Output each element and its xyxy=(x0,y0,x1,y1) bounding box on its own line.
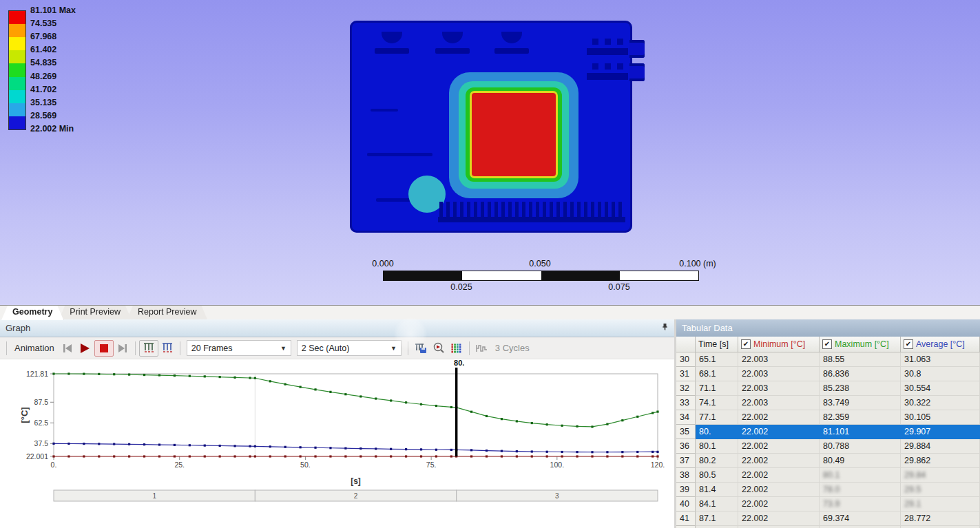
table-cell[interactable]: 29.862 xyxy=(901,454,980,468)
stop-button[interactable] xyxy=(94,340,114,357)
table-cell[interactable]: 80.2 xyxy=(696,454,738,468)
row-number-cell[interactable]: 36 xyxy=(676,439,696,454)
table-cell[interactable]: 77.1 xyxy=(696,410,738,425)
column-checkbox[interactable]: ✔ xyxy=(822,339,832,349)
table-cell[interactable]: 22.002 xyxy=(738,425,820,439)
table-cell[interactable]: 88.55 xyxy=(820,352,901,367)
table-cell[interactable]: 80.1 xyxy=(820,468,901,483)
table-cell[interactable]: 29.884 xyxy=(901,439,980,454)
row-number-cell[interactable]: 30 xyxy=(676,352,696,367)
table-cell[interactable]: 30.322 xyxy=(901,396,980,410)
table-row[interactable]: 3981.422.00278.029.5 xyxy=(676,483,980,497)
row-number-cell[interactable]: 40 xyxy=(676,497,696,511)
table-row[interactable]: 3580.22.00281.10129.907 xyxy=(676,425,980,439)
table-cell[interactable]: 84.1 xyxy=(696,497,738,511)
tabular-data-titlebar[interactable]: Tabular Data xyxy=(676,319,980,337)
column-header[interactable]: ✔Average [°C] xyxy=(901,337,980,352)
table-cell[interactable]: 80.49 xyxy=(820,454,901,468)
table-cell[interactable]: 29.907 xyxy=(901,425,980,439)
zoom-play-icon[interactable] xyxy=(430,341,448,356)
row-number-cell[interactable]: 31 xyxy=(676,367,696,381)
row-number-cell[interactable]: 41 xyxy=(676,511,696,526)
column-checkbox[interactable]: ✔ xyxy=(741,339,751,349)
column-checkbox[interactable]: ✔ xyxy=(904,339,913,349)
table-row[interactable]: 3880.522.00280.129.84 xyxy=(676,468,980,483)
table-cell[interactable]: 68.1 xyxy=(696,367,738,381)
table-cell[interactable]: 22.003 xyxy=(738,352,820,367)
table-row[interactable]: 3065.122.00388.5531.063 xyxy=(676,352,980,367)
table-cell[interactable]: 30.554 xyxy=(901,381,980,396)
table-cell[interactable]: 82.359 xyxy=(820,410,901,425)
table-cell[interactable]: 78.0 xyxy=(820,483,901,497)
tab-report-preview[interactable]: Report Preview xyxy=(127,306,207,320)
table-cell[interactable]: 29.1 xyxy=(901,497,980,511)
tab-geometry[interactable]: Geometry xyxy=(1,306,63,320)
table-cell[interactable]: 80.1 xyxy=(696,439,738,454)
column-header[interactable]: Time [s] xyxy=(696,337,738,352)
row-number-cell[interactable]: 37 xyxy=(676,454,696,468)
table-cell[interactable]: 74.1 xyxy=(696,396,738,410)
table-cell[interactable]: 65.1 xyxy=(696,352,738,367)
contour-bands-icon[interactable] xyxy=(448,341,466,356)
board-connector-tab xyxy=(629,40,645,58)
table-cell[interactable]: 22.003 xyxy=(738,367,820,381)
row-number-cell[interactable]: 34 xyxy=(676,410,696,425)
table-row[interactable]: 4187.122.00269.37428.772 xyxy=(676,511,980,526)
table-cell[interactable]: 22.002 xyxy=(738,497,820,511)
table-cell[interactable]: 80.5 xyxy=(696,468,738,483)
row-number-cell[interactable]: 38 xyxy=(676,468,696,483)
table-cell[interactable]: 85.238 xyxy=(820,381,901,396)
table-row[interactable]: 4084.122.00273.929.1 xyxy=(676,497,980,511)
play-button[interactable] xyxy=(76,341,94,356)
column-header[interactable]: ✔Minimum [°C] xyxy=(738,337,820,352)
table-cell[interactable]: 30.105 xyxy=(901,410,980,425)
table-cell[interactable]: 22.002 xyxy=(738,454,820,468)
table-cell[interactable]: 69.374 xyxy=(820,511,901,526)
table-cell[interactable]: 31.063 xyxy=(901,352,980,367)
table-cell[interactable]: 87.1 xyxy=(696,511,738,526)
table-row[interactable]: 3780.222.00280.4929.862 xyxy=(676,454,980,468)
time-history-chart[interactable]: 121.8187.562.537.522.0010.25.50.75.100.1… xyxy=(0,359,674,528)
table-cell[interactable]: 22.003 xyxy=(738,396,820,410)
skip-to-end-button[interactable] xyxy=(114,341,132,356)
row-number-cell[interactable]: 35 xyxy=(676,425,696,439)
table-cell[interactable]: 81.101 xyxy=(820,425,901,439)
row-number-cell[interactable]: 32 xyxy=(676,381,696,396)
row-number-cell[interactable]: 33 xyxy=(676,396,696,410)
table-cell[interactable]: 80. xyxy=(696,425,738,439)
tab-print-preview[interactable]: Print Preview xyxy=(59,306,132,320)
table-cell[interactable]: 22.002 xyxy=(738,468,820,483)
table-cell[interactable]: 29.5 xyxy=(901,483,980,497)
table-cell[interactable]: 86.836 xyxy=(820,367,901,381)
table-cell[interactable]: 71.1 xyxy=(696,381,738,396)
table-cell[interactable]: 28.772 xyxy=(901,511,980,526)
table-cell[interactable]: 22.003 xyxy=(738,381,820,396)
table-row[interactable]: 3168.122.00386.83630.8 xyxy=(676,367,980,381)
skip-to-start-button[interactable] xyxy=(59,341,76,356)
table-cell[interactable]: 22.002 xyxy=(738,439,820,454)
row-number-cell[interactable]: 39 xyxy=(676,483,696,497)
table-row[interactable]: 3271.122.00385.23830.554 xyxy=(676,381,980,396)
graph-panel-titlebar[interactable]: Graph xyxy=(0,319,674,337)
model-viewport[interactable]: 81.101 Max74.53567.96861.40254.83548.269… xyxy=(0,0,980,305)
frames-dropdown[interactable]: 20 Frames ▼ xyxy=(187,340,291,356)
table-cell[interactable]: 22.002 xyxy=(738,511,820,526)
duration-dropdown[interactable]: 2 Sec (Auto) ▼ xyxy=(297,340,402,356)
table-row[interactable]: 3374.122.00383.74930.322 xyxy=(676,396,980,410)
table-cell[interactable]: 80.788 xyxy=(820,439,901,454)
result-bars-icon-1[interactable] xyxy=(139,340,158,357)
table-cell[interactable]: 30.8 xyxy=(901,367,980,381)
pcb-model[interactable] xyxy=(350,21,632,233)
column-header[interactable]: ✔Maximum [°C] xyxy=(820,337,901,352)
result-bars-icon-2[interactable] xyxy=(158,341,176,356)
table-row[interactable]: 3680.122.00280.78829.884 xyxy=(676,439,980,454)
table-cell[interactable]: 22.002 xyxy=(738,483,820,497)
table-cell[interactable]: 22.002 xyxy=(738,410,820,425)
table-cell[interactable]: 73.9 xyxy=(820,497,901,511)
pin-icon[interactable] xyxy=(661,323,669,333)
table-row[interactable]: 3477.122.00282.35930.105 xyxy=(676,410,980,425)
table-cell[interactable]: 29.84 xyxy=(901,468,980,483)
export-video-icon[interactable] xyxy=(412,341,430,356)
table-cell[interactable]: 83.749 xyxy=(820,396,901,410)
table-cell[interactable]: 81.4 xyxy=(696,483,738,497)
